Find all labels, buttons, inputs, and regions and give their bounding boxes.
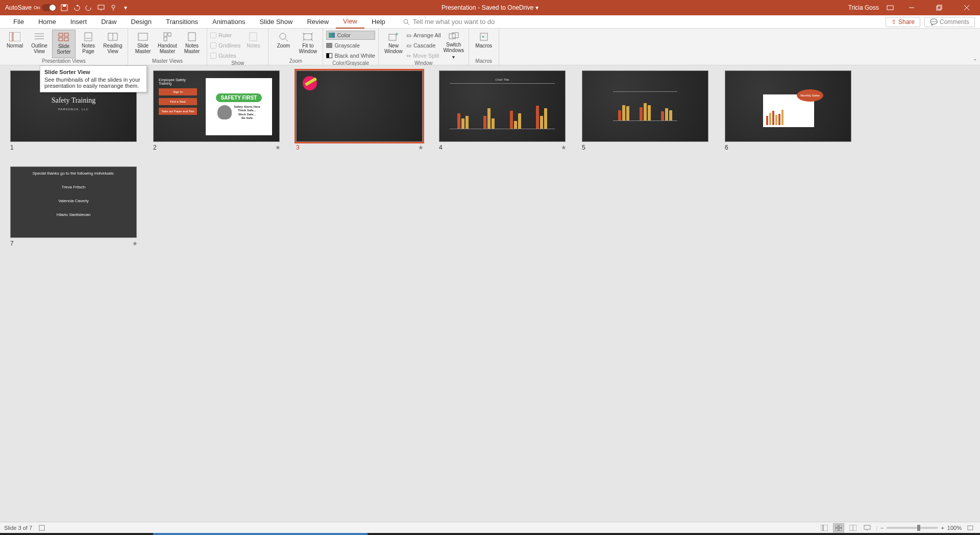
- autosave-toggle[interactable]: AutoSave On: [5, 4, 56, 11]
- cascade-button[interactable]: ▭Cascade: [406, 41, 441, 50]
- slide-cell-5: 5: [582, 70, 709, 151]
- svg-rect-2: [98, 5, 104, 9]
- slide-thumb-2[interactable]: Employee Safety Training Sign In Find a …: [153, 70, 280, 142]
- slide-cell-3: 3★: [296, 70, 424, 151]
- slide-sorter-button[interactable]: Slide Sorter: [52, 30, 76, 58]
- arrange-icon: ▭: [406, 32, 411, 39]
- black-white-button[interactable]: Black and White: [326, 51, 375, 60]
- svg-rect-21: [59, 38, 63, 41]
- restore-button[interactable]: [929, 0, 949, 15]
- fit-to-window-icon[interactable]: [965, 523, 976, 532]
- tab-review[interactable]: Review: [300, 15, 336, 29]
- outline-view-button[interactable]: Outline View: [28, 30, 51, 58]
- undo-icon[interactable]: [72, 4, 81, 12]
- user-name[interactable]: Tricia Goss: [848, 4, 879, 11]
- slide-number-4: 4★: [439, 142, 567, 151]
- slide-sorter-area[interactable]: Safety Training PARKDECK, LLC 1 Employee…: [0, 65, 980, 522]
- group-window: +New Window ▭Arrange All ▭Cascade ⇔Move …: [379, 29, 469, 65]
- color-button[interactable]: Color: [326, 31, 375, 40]
- save-icon[interactable]: [60, 4, 68, 12]
- macros-button[interactable]: Macros: [472, 30, 496, 58]
- redo-icon[interactable]: [85, 4, 93, 12]
- slide-thumb-5[interactable]: [582, 70, 708, 142]
- reading-view-button[interactable]: Reading View: [101, 30, 125, 58]
- tab-slideshow[interactable]: Slide Show: [252, 15, 300, 29]
- svg-rect-6: [887, 6, 893, 10]
- share-icon: ⇧: [891, 18, 896, 26]
- grayscale-button[interactable]: Grayscale: [326, 41, 375, 50]
- slide5-chart: [613, 91, 677, 121]
- sorter-view-icon[interactable]: [833, 523, 844, 532]
- svg-rect-22: [64, 38, 68, 41]
- minimize-button[interactable]: [901, 0, 922, 15]
- switch-windows-button[interactable]: Switch Windows▾: [442, 30, 465, 58]
- svg-rect-50: [864, 525, 870, 529]
- accessibility-icon[interactable]: [38, 524, 45, 531]
- slide2-heading: Employee Safety Training: [159, 78, 197, 85]
- animation-star-icon: ★: [275, 144, 281, 151]
- fit-to-window-button[interactable]: Fit to Window: [296, 30, 320, 58]
- touch-mode-icon[interactable]: [109, 4, 117, 12]
- notes-page-button[interactable]: Notes Page: [77, 30, 100, 58]
- slide2-btn3: Take out Paper and Pen: [159, 108, 197, 115]
- svg-rect-9: [938, 5, 942, 9]
- tab-home[interactable]: Home: [31, 15, 63, 29]
- slide-thumb-7[interactable]: Special thanks go to the following indiv…: [10, 166, 137, 238]
- collapse-ribbon-icon[interactable]: ⌃: [973, 58, 977, 64]
- svg-rect-46: [835, 528, 838, 531]
- tab-insert[interactable]: Insert: [63, 15, 94, 29]
- slide-cell-6: Monthly Sales 6: [725, 70, 852, 151]
- tab-design[interactable]: Design: [124, 15, 159, 29]
- slide2-btn2: Find a Seat: [159, 98, 197, 105]
- tab-file[interactable]: File: [6, 15, 31, 29]
- share-button[interactable]: ⇧ Share: [886, 17, 920, 27]
- zoom-level[interactable]: 100%: [947, 525, 962, 531]
- slide7-line3: Valencia Caverly: [11, 199, 136, 203]
- guides-checkbox: Guides: [210, 51, 240, 60]
- comments-button[interactable]: 💬 Comments: [924, 17, 975, 27]
- slide-master-button[interactable]: Slide Master: [131, 30, 155, 58]
- zoom-slider[interactable]: [887, 527, 938, 529]
- tab-view[interactable]: View: [336, 15, 364, 29]
- normal-view-button[interactable]: Normal: [3, 30, 27, 58]
- svg-rect-1: [63, 5, 66, 7]
- slide7-line4: Hilario Santistevan: [11, 212, 136, 217]
- title-dropdown-icon[interactable]: ▾: [535, 4, 538, 11]
- reading-view-icon[interactable]: [847, 523, 859, 532]
- status-bar: Slide 3 of 7 | − + 100%: [0, 522, 980, 533]
- slideshow-view-icon[interactable]: [862, 523, 873, 532]
- tab-help[interactable]: Help: [364, 15, 393, 29]
- svg-rect-42: [821, 525, 823, 531]
- toggle-switch-icon[interactable]: [42, 4, 56, 11]
- title-right: Tricia Goss: [848, 0, 980, 15]
- zoom-in-button[interactable]: +: [941, 525, 944, 531]
- tab-animations[interactable]: Animations: [205, 15, 252, 29]
- present-icon[interactable]: [97, 4, 105, 12]
- slide-thumb-4[interactable]: Chart Title: [439, 70, 566, 142]
- svg-rect-27: [138, 33, 148, 40]
- group-label-color: Color/Grayscale: [326, 60, 375, 67]
- notes-button: Notes: [241, 30, 265, 58]
- doc-name: Presentation: [442, 4, 476, 11]
- tell-me-search[interactable]: Tell me what you want to do: [403, 18, 495, 26]
- handout-master-button[interactable]: Handout Master: [156, 30, 179, 58]
- new-window-button[interactable]: +New Window: [382, 30, 405, 58]
- slide-indicator[interactable]: Slide 3 of 7: [4, 525, 32, 531]
- svg-rect-15: [13, 32, 20, 41]
- group-label-master-views: Master Views: [131, 58, 204, 65]
- normal-view-icon[interactable]: [819, 523, 830, 532]
- group-zoom: Zoom Fit to Window Zoom: [268, 29, 323, 65]
- slide-thumb-6[interactable]: Monthly Sales: [725, 70, 851, 142]
- notes-master-button[interactable]: Notes Master: [180, 30, 204, 58]
- tab-transitions[interactable]: Transitions: [159, 15, 205, 29]
- group-label-window: Window: [382, 60, 465, 67]
- display-options-icon[interactable]: [886, 4, 894, 12]
- close-button[interactable]: [957, 0, 977, 15]
- zoom-out-button[interactable]: −: [880, 525, 884, 531]
- zoom-button[interactable]: Zoom: [272, 30, 295, 58]
- qat-dropdown-icon[interactable]: ▾: [121, 4, 130, 12]
- tab-draw[interactable]: Draw: [94, 15, 124, 29]
- comment-icon: 💬: [930, 18, 938, 26]
- arrange-all-button[interactable]: ▭Arrange All: [406, 31, 441, 40]
- slide-thumb-3[interactable]: [296, 70, 423, 142]
